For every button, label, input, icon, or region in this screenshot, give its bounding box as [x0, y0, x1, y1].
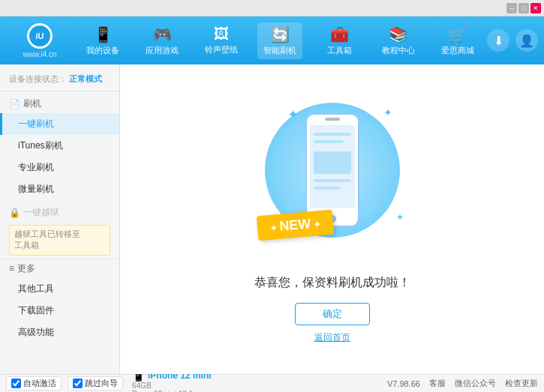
flash-section-label: 刷机 — [23, 97, 41, 110]
nav-apps-games[interactable]: 🎮 应用游戏 — [140, 22, 185, 59]
sidebar-jailbreak-header: 🔒 一键越狱 — [0, 203, 119, 222]
phone-illustration: ✦ ✦ ✦ — [250, 95, 415, 260]
nav-shop[interactable]: 🛒 爱思商城 — [435, 22, 480, 59]
auto-activate-input[interactable] — [11, 379, 21, 388]
nav-shop-label: 爱思商城 — [441, 45, 474, 56]
confirm-button[interactable]: 确定 — [295, 303, 370, 325]
tutorial-icon: 📚 — [389, 25, 407, 43]
sidebar-item-micro-flash[interactable]: 微量刷机 — [0, 178, 119, 200]
nav-my-device-label: 我的设备 — [86, 45, 119, 56]
svg-rect-6 — [314, 151, 351, 174]
auto-activate-checkbox[interactable]: 自动激活 — [6, 376, 62, 391]
close-button[interactable]: ✕ — [530, 3, 541, 13]
header: iU www.i4.cn 📱 我的设备 🎮 应用游戏 🖼 铃声壁纸 🔄 智能刷机… — [0, 16, 544, 64]
user-button[interactable]: 👤 — [515, 29, 538, 52]
toolbox-icon: 🧰 — [330, 25, 349, 43]
nav-tutorial-label: 教程中心 — [382, 45, 415, 56]
logo-area: iU www.i4.cn — [6, 23, 74, 58]
sparkle-tl: ✦ — [287, 106, 299, 123]
customer-service-link[interactable]: 客服 — [429, 378, 446, 389]
device-storage: 64GB — [132, 382, 212, 390]
svg-rect-3 — [325, 118, 340, 121]
bottom-right: V7.98.66 客服 微信公众号 检查更新 — [387, 378, 538, 389]
apps-icon: 🎮 — [153, 25, 172, 43]
sidebar-item-download-fw[interactable]: 下载固件 — [0, 300, 119, 322]
logo-inner: iU — [29, 25, 50, 46]
sidebar-flash-header: 📄 刷机 — [0, 94, 119, 113]
shop-icon: 🛒 — [448, 25, 467, 43]
check-update-link[interactable]: 检查更新 — [505, 378, 538, 389]
sidebar-more-section: ≡ 更多 — [0, 259, 119, 278]
sidebar-jailbreak-section: 🔒 一键越狱 越狱工具已转移至工具箱 — [0, 203, 119, 256]
sidebar: 设备连接状态： 正常模式 📄 刷机 一键刷机 iTunes刷机 专业刷机 微量刷… — [0, 64, 120, 374]
more-label: 更多 — [17, 262, 35, 275]
logo-text: www.i4.cn — [23, 50, 56, 58]
maximize-button[interactable]: □ — [518, 3, 529, 13]
svg-rect-7 — [314, 179, 351, 182]
sidebar-flash-section: 📄 刷机 一键刷机 iTunes刷机 专业刷机 微量刷机 — [0, 94, 119, 200]
svg-rect-4 — [314, 133, 351, 136]
return-link[interactable]: 返回首页 — [314, 331, 350, 344]
sparkle-tr: ✦ — [383, 106, 392, 118]
skip-wizard-input[interactable] — [73, 379, 83, 388]
svg-rect-5 — [314, 140, 344, 143]
nav-toolbox-label: 工具箱 — [327, 45, 352, 56]
skip-wizard-checkbox[interactable]: 跳过向导 — [68, 376, 123, 391]
main-content: 设备连接状态： 正常模式 📄 刷机 一键刷机 iTunes刷机 专业刷机 微量刷… — [0, 64, 544, 374]
status-label: 设备连接状态： — [9, 74, 67, 83]
flash-icon: 🔄 — [271, 25, 290, 43]
status-bar: 设备连接状态： 正常模式 — [0, 70, 119, 91]
version-label: V7.98.66 — [387, 379, 420, 388]
logo-circle: iU — [27, 23, 53, 49]
nav-wallpaper-label: 铃声壁纸 — [205, 44, 238, 55]
sidebar-item-other-tools[interactable]: 其他工具 — [0, 278, 119, 300]
bottom-bar: 自动激活 跳过向导 📱 iPhone 12 mini 64GB Down-12m… — [0, 374, 544, 392]
flash-section-icon: 📄 — [9, 99, 20, 109]
title-bar: ─ □ ✕ — [0, 0, 544, 16]
sidebar-item-onekey-flash[interactable]: 一键刷机 — [0, 113, 119, 135]
device-model: Down-12mini-13.1 — [132, 390, 212, 393]
svg-rect-8 — [314, 187, 340, 190]
center-area: ✦ ✦ ✦ — [120, 64, 544, 374]
wallpaper-icon: 🖼 — [214, 25, 229, 43]
nav-apps-label: 应用游戏 — [146, 45, 179, 56]
nav-toolbox[interactable]: 🧰 工具箱 — [317, 22, 362, 59]
download-button[interactable]: ⬇ — [487, 29, 509, 52]
nav-smart-flash[interactable]: 🔄 智能刷机 — [257, 22, 302, 59]
success-text: 恭喜您，保资料刷机成功啦！ — [254, 275, 410, 291]
sparkle-br: ✦ — [396, 212, 404, 223]
nav-tutorial[interactable]: 📚 教程中心 — [376, 22, 421, 59]
nav-my-device[interactable]: 📱 我的设备 — [80, 22, 125, 59]
auto-activate-label: 自动激活 — [23, 378, 56, 389]
nav-flash-label: 智能刷机 — [263, 45, 296, 56]
nav-items: 📱 我的设备 🎮 应用游戏 🖼 铃声壁纸 🔄 智能刷机 🧰 工具箱 📚 教程中心… — [74, 22, 487, 59]
sidebar-item-itunes-flash[interactable]: iTunes刷机 — [0, 135, 119, 157]
nav-wallpaper[interactable]: 🖼 铃声壁纸 — [199, 22, 244, 58]
skip-wizard-label: 跳过向导 — [85, 378, 118, 389]
device-icon: 📱 — [94, 25, 113, 43]
minimize-button[interactable]: ─ — [506, 3, 517, 13]
status-value: 正常模式 — [69, 74, 102, 83]
sidebar-notice: 越狱工具已转移至工具箱 — [9, 225, 110, 256]
sidebar-item-advanced[interactable]: 高级功能 — [0, 322, 119, 343]
wechat-link[interactable]: 微信公众号 — [455, 378, 496, 389]
header-right: ⬇ 👤 — [487, 29, 538, 52]
sidebar-item-pro-flash[interactable]: 专业刷机 — [0, 157, 119, 178]
jailbreak-label: 一键越狱 — [23, 206, 59, 219]
